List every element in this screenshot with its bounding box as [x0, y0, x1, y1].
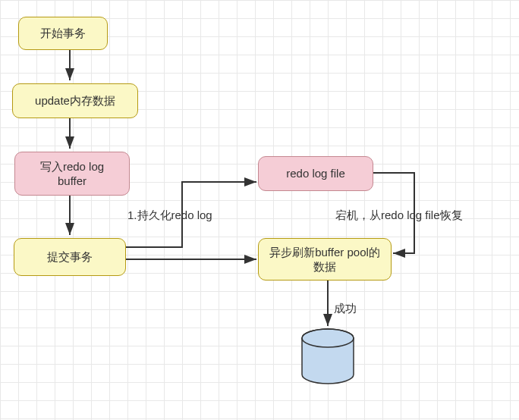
node-label: 写入redo log buffer: [40, 159, 104, 189]
edge-label-success: 成功: [334, 302, 357, 316]
edge-label-persist: 1.持久化redo log: [127, 208, 212, 223]
node-commit-transaction: 提交事务: [14, 238, 126, 276]
node-start-transaction: 开始事务: [18, 17, 108, 50]
node-label: 开始事务: [40, 26, 86, 41]
node-async-flush: 异步刷新buffer pool的数据: [258, 238, 392, 281]
node-label: update内存数据: [35, 93, 115, 108]
node-redo-log-file: redo log file: [258, 156, 373, 191]
node-label: redo log file: [286, 166, 345, 181]
node-update-memory: update内存数据: [12, 83, 138, 118]
edge-label-recover: 宕机，从redo log file恢复: [335, 208, 463, 223]
database-cylinder-icon: [300, 328, 355, 387]
node-label: 异步刷新buffer pool的数据: [265, 245, 385, 274]
node-label: 提交事务: [47, 249, 93, 265]
node-write-redo-buffer: 写入redo log buffer: [14, 152, 130, 196]
